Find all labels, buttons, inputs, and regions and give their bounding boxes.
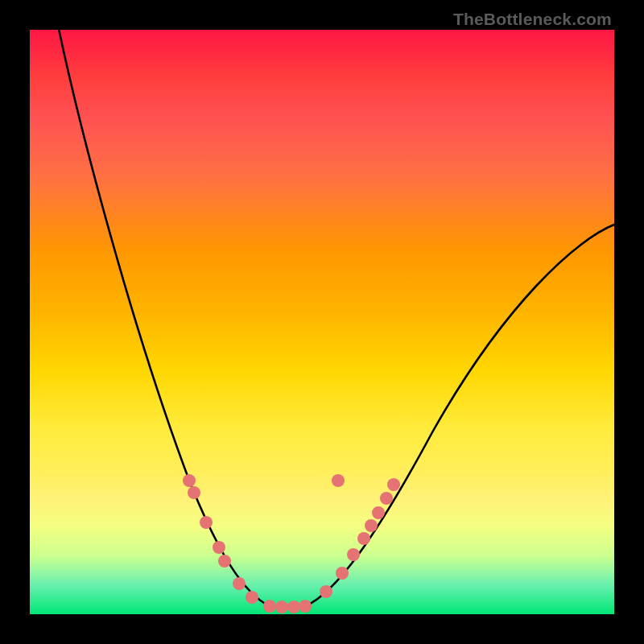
svg-point-0: [183, 474, 196, 487]
svg-point-14: [347, 548, 360, 561]
svg-point-11: [320, 585, 332, 598]
svg-point-13: [332, 474, 345, 487]
bottleneck-curve: [30, 30, 614, 614]
svg-point-18: [380, 492, 393, 505]
svg-point-7: [263, 600, 276, 613]
svg-point-1: [188, 486, 200, 499]
svg-point-5: [233, 577, 246, 590]
svg-point-3: [213, 541, 225, 554]
chart-container: TheBottleneck.com: [0, 0, 644, 644]
svg-point-19: [387, 478, 400, 491]
svg-point-6: [246, 591, 258, 604]
svg-point-12: [336, 567, 349, 580]
svg-point-9: [287, 601, 300, 613]
svg-point-8: [275, 601, 288, 613]
markers-left: [183, 474, 258, 604]
markers-right: [320, 474, 400, 598]
svg-point-4: [218, 555, 231, 568]
svg-point-17: [372, 506, 385, 519]
markers-bottom: [263, 600, 312, 613]
svg-point-15: [357, 532, 370, 545]
curve-path: [54, 6, 614, 606]
watermark-text: TheBottleneck.com: [453, 10, 612, 29]
svg-point-16: [365, 519, 378, 532]
svg-point-2: [200, 516, 213, 529]
svg-point-10: [299, 600, 312, 613]
